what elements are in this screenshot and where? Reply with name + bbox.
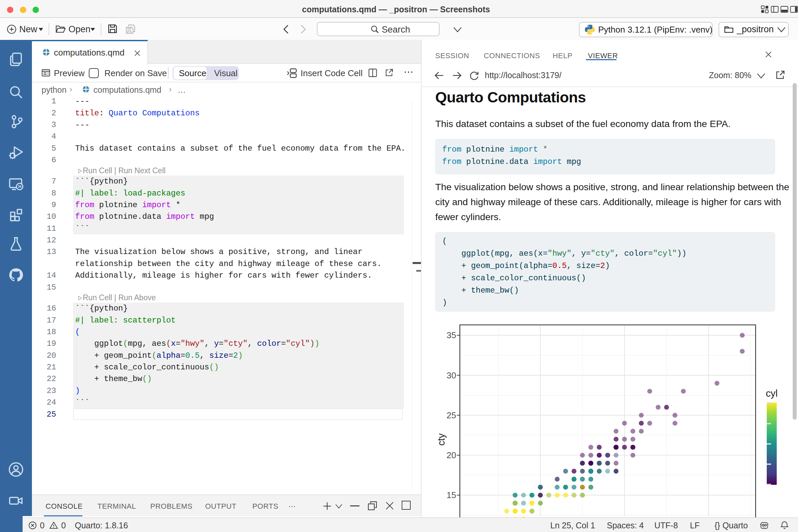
- svg-text:20: 20: [446, 450, 456, 460]
- svg-text:15: 15: [446, 490, 456, 500]
- svg-text:25: 25: [446, 410, 456, 420]
- svg-text:35: 35: [446, 330, 456, 340]
- svg-text:cty: cty: [436, 433, 446, 446]
- svg-text:30: 30: [446, 370, 456, 380]
- svg-text:cyl: cyl: [766, 388, 777, 399]
